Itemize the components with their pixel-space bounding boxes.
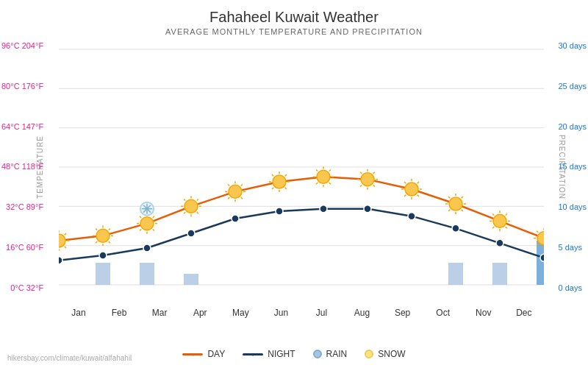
svg-rect-10: [448, 263, 463, 285]
svg-line-123: [506, 213, 507, 215]
svg-line-56: [184, 212, 185, 213]
svg-line-54: [197, 212, 198, 213]
x-label: Feb: [99, 308, 139, 318]
watermark: hikersbay.com/climate/kuwait/alfahahil: [7, 354, 132, 362]
svg-line-33: [65, 233, 66, 235]
legend-night-label: NIGHT: [268, 349, 295, 359]
x-label: Aug: [343, 308, 382, 318]
svg-line-90: [373, 185, 375, 186]
legend-night: NIGHT: [243, 349, 295, 359]
svg-line-42: [109, 228, 110, 230]
svg-line-94: [360, 172, 362, 174]
y-left-4: 32°C 89°F: [1, 203, 43, 211]
svg-point-106: [449, 197, 462, 210]
svg-point-61: [229, 185, 242, 198]
svg-point-23: [496, 239, 503, 247]
svg-line-121: [492, 213, 494, 215]
y-left-3: 48°C 118°F: [1, 163, 43, 171]
svg-line-58: [184, 199, 185, 200]
svg-point-24: [540, 254, 544, 261]
y-right-5: 5 days: [558, 244, 587, 252]
svg-line-119: [492, 227, 494, 228]
legend-snow-circle: [365, 350, 373, 358]
y-right-2: 20 days: [558, 123, 587, 131]
x-label: Sep: [383, 308, 423, 318]
svg-point-79: [317, 170, 330, 183]
svg-point-34: [96, 229, 110, 242]
svg-line-36: [109, 241, 110, 243]
x-label: Mar: [140, 308, 179, 318]
svg-point-19: [320, 205, 327, 213]
svg-point-88: [361, 173, 374, 186]
svg-line-63: [241, 197, 243, 199]
svg-line-78: [285, 174, 287, 176]
legend-rain-circle: [313, 350, 322, 358]
svg-line-74: [272, 188, 273, 189]
svg-line-108: [462, 210, 463, 211]
svg-line-76: [272, 174, 273, 176]
svg-line-117: [506, 227, 507, 228]
svg-rect-11: [492, 263, 507, 285]
svg-rect-8: [140, 263, 154, 285]
y-left-6: 0°C 32°F: [1, 284, 43, 292]
legend-day: DAY: [182, 349, 225, 359]
svg-line-103: [404, 182, 406, 183]
svg-rect-7: [96, 263, 110, 285]
svg-line-72: [285, 188, 287, 189]
svg-line-67: [228, 184, 229, 185]
svg-line-65: [228, 197, 229, 199]
y-left-5: 16°C 60°F: [1, 244, 43, 252]
y-axis-right: 30 days 25 days 20 days 15 days 10 days …: [558, 42, 587, 292]
svg-line-87: [329, 169, 331, 171]
svg-line-45: [153, 229, 154, 230]
svg-line-51: [153, 216, 154, 218]
legend-day-label: DAY: [207, 349, 225, 359]
svg-point-16: [187, 230, 195, 237]
svg-line-69: [241, 184, 243, 185]
svg-point-115: [493, 214, 506, 227]
svg-point-97: [405, 183, 418, 196]
svg-rect-9: [184, 274, 198, 285]
svg-line-83: [316, 183, 318, 184]
svg-rect-12: [537, 241, 544, 285]
svg-point-18: [276, 208, 283, 215]
svg-line-130: [537, 231, 538, 233]
legend-day-line: [182, 353, 203, 355]
y-right-0: 30 days: [558, 42, 587, 50]
y-right-1: 25 days: [558, 82, 587, 91]
svg-point-20: [364, 205, 371, 213]
y-left-1: 80°C 176°F: [1, 82, 43, 91]
svg-point-14: [99, 252, 107, 259]
x-label: Apr: [180, 308, 220, 318]
svg-line-112: [448, 197, 450, 198]
svg-point-43: [140, 217, 154, 230]
svg-line-110: [448, 210, 450, 211]
x-axis: JanFebMarAprMayJunJulAugSepOctNovDec: [59, 308, 544, 318]
chart-svg: [59, 42, 544, 292]
chart-area: TEMPERATURE PRECIPITATION 96°C 204°F 80°…: [59, 42, 544, 292]
svg-point-52: [184, 199, 198, 213]
legend-rain: RAIN: [313, 349, 348, 359]
x-label: Oct: [423, 308, 463, 318]
x-label: Jun: [261, 308, 301, 318]
svg-line-85: [316, 169, 318, 171]
y-right-4: 10 days: [558, 203, 587, 211]
x-label: Nov: [464, 308, 503, 318]
svg-line-49: [140, 216, 141, 218]
svg-line-40: [96, 228, 97, 230]
svg-line-96: [373, 172, 375, 174]
x-label: May: [220, 308, 260, 318]
y-axis-left: 96°C 204°F 80°C 176°F 64°C 147°F 48°C 11…: [1, 42, 43, 292]
x-label: Jul: [301, 308, 341, 318]
svg-point-22: [452, 224, 459, 232]
chart-title: Fahaheel Kuwait Weather: [0, 0, 588, 26]
svg-line-60: [197, 199, 198, 200]
svg-line-99: [417, 195, 419, 197]
y-left-2: 64°C 147°F: [1, 123, 43, 131]
legend-night-line: [243, 353, 263, 355]
svg-point-70: [273, 175, 286, 188]
svg-point-13: [59, 257, 62, 264]
y-right-6: 0 days: [558, 284, 587, 292]
svg-point-17: [232, 215, 239, 222]
legend-rain-label: RAIN: [326, 349, 348, 359]
